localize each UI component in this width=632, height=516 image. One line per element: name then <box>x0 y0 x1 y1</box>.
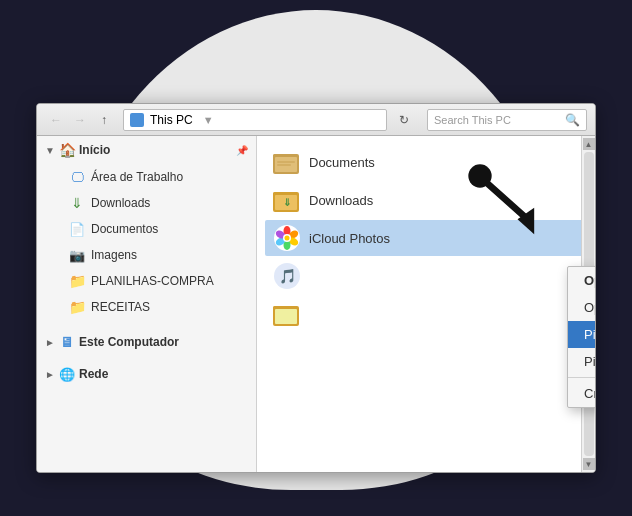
file-downloads[interactable]: ⇓ Downloads <box>265 182 587 218</box>
documents-label: Documents <box>309 155 375 170</box>
downloads-label: Downloads <box>309 193 373 208</box>
address-dropdown[interactable]: ▼ <box>203 114 214 126</box>
icloud-photos-label: iCloud Photos <box>309 231 390 246</box>
sidebar-item-downloads[interactable]: ⇓ Downloads <box>37 190 256 216</box>
documents-icon <box>273 148 301 176</box>
sidebar-item-desktop[interactable]: 🖵 Área de Trabalho <box>37 164 256 190</box>
sidebar-receitas-label: RECEITAS <box>91 300 150 314</box>
music-icon: 🎵 <box>273 262 301 290</box>
forward-button[interactable]: → <box>69 109 91 131</box>
sidebar-item-planilhas[interactable]: 📁 PLANILHAS-COMPRA <box>37 268 256 294</box>
sidebar-docs-label: Documentos <box>91 222 158 236</box>
context-pin-quick-access[interactable]: Pin to Quick access <box>568 321 595 348</box>
address-path: This PC <box>150 113 193 127</box>
sidebar-item-receitas[interactable]: 📁 RECEITAS <box>37 294 256 320</box>
sidebar-desktop-label: Área de Trabalho <box>91 170 183 184</box>
folder-icon: 📁 <box>69 273 85 289</box>
context-create-shortcut[interactable]: Create shortcut <box>568 380 595 407</box>
svg-text:🎵: 🎵 <box>279 268 297 285</box>
context-pin-start-label: Pin to Start <box>584 354 595 369</box>
search-placeholder: Search This PC <box>434 114 511 126</box>
pin-icon: 📌 <box>236 145 248 156</box>
expand-icon-2: ► <box>45 337 55 347</box>
file-documents[interactable]: Documents <box>265 144 587 180</box>
context-divider <box>568 377 595 378</box>
sidebar-planilhas-label: PLANILHAS-COMPRA <box>91 274 214 288</box>
svg-point-17 <box>285 236 290 241</box>
file-icloud-photos[interactable]: iCloud Photos <box>265 220 587 256</box>
address-bar[interactable]: This PC ▼ <box>123 109 387 131</box>
svg-rect-22 <box>275 309 297 324</box>
svg-rect-3 <box>277 161 295 163</box>
network-icon: 🌐 <box>59 366 75 382</box>
content-area: ▼ 🏠 Início 📌 🖵 Área de Trabalho ⇓ Downlo… <box>37 136 595 472</box>
context-create-shortcut-label: Create shortcut <box>584 386 595 401</box>
svg-rect-4 <box>277 164 291 166</box>
file-pictures[interactable] <box>265 296 587 332</box>
context-open-new-window[interactable]: Open in new window <box>568 294 595 321</box>
sidebar-rede-label: Rede <box>79 367 108 381</box>
sidebar-item-documentos[interactable]: 📄 Documentos <box>37 216 256 242</box>
home-icon: 🏠 <box>59 142 75 158</box>
folder-icon-2: 📁 <box>69 299 85 315</box>
context-open-label: Open <box>584 273 595 288</box>
file-grid: Documents ⇓ Downloads <box>265 144 587 332</box>
docs-icon: 📄 <box>69 221 85 237</box>
images-icon: 📷 <box>69 247 85 263</box>
icloud-icon <box>273 224 301 252</box>
title-bar: ← → ↑ This PC ▼ ↻ Search This PC 🔍 <box>37 104 595 136</box>
sidebar-inicio[interactable]: ▼ 🏠 Início 📌 <box>37 136 256 164</box>
sidebar-images-label: Imagens <box>91 248 137 262</box>
pictures-icon <box>273 300 301 328</box>
sidebar-rede[interactable]: ► 🌐 Rede <box>37 360 256 388</box>
sidebar-item-imagens[interactable]: 📷 Imagens <box>37 242 256 268</box>
context-pin-start[interactable]: Pin to Start <box>568 348 595 375</box>
file-area: Documents ⇓ Downloads <box>257 136 595 472</box>
download-icon: ⇓ <box>69 195 85 211</box>
expand-icon-3: ► <box>45 369 55 379</box>
context-menu: Open Open in new window Pin to Quick acc… <box>567 266 595 408</box>
sidebar-inicio-label: Início <box>79 143 110 157</box>
context-open-new-window-label: Open in new window <box>584 300 595 315</box>
address-icon <box>130 113 144 127</box>
computer-icon: 🖥 <box>59 334 75 350</box>
nav-buttons: ← → ↑ <box>45 109 115 131</box>
sidebar: ▼ 🏠 Início 📌 🖵 Área de Trabalho ⇓ Downlo… <box>37 136 257 472</box>
sidebar-downloads-label: Downloads <box>91 196 150 210</box>
up-button[interactable]: ↑ <box>93 109 115 131</box>
expand-icon: ▼ <box>45 145 55 155</box>
search-bar[interactable]: Search This PC 🔍 <box>427 109 587 131</box>
explorer-window: ← → ↑ This PC ▼ ↻ Search This PC 🔍 ▼ 🏠 I… <box>36 103 596 473</box>
file-music[interactable]: 🎵 <box>265 258 587 294</box>
sidebar-este-computador[interactable]: ► 🖥 Este Computador <box>37 328 256 356</box>
refresh-button[interactable]: ↻ <box>393 109 415 131</box>
context-pin-quick-label: Pin to Quick access <box>584 327 595 342</box>
downloads-folder-icon: ⇓ <box>273 186 301 214</box>
back-button[interactable]: ← <box>45 109 67 131</box>
svg-text:⇓: ⇓ <box>283 197 291 208</box>
desktop-icon: 🖵 <box>69 169 85 185</box>
context-open[interactable]: Open <box>568 267 595 294</box>
sidebar-este-computador-label: Este Computador <box>79 335 179 349</box>
search-icon: 🔍 <box>565 113 580 127</box>
